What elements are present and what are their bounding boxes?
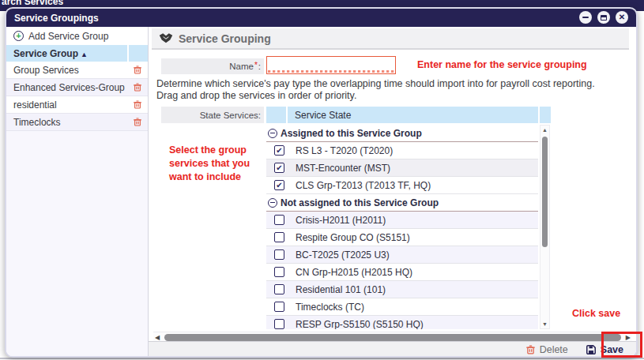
service-label: BC-T2025 (T2025 U3): [296, 249, 390, 261]
service-row[interactable]: CN Grp-H2015 (H2015 HQ): [266, 264, 538, 281]
service-row[interactable]: CLS Grp-T2013 (T2013 TF, HQ): [266, 177, 538, 194]
service-row[interactable]: RS L3 - T2020 (T2020): [266, 142, 538, 159]
service-row[interactable]: Timeclocks (TC): [266, 298, 538, 316]
sidebar-empty-area: [6, 131, 148, 358]
checkbox-unchecked[interactable]: [274, 215, 284, 225]
panel-footer: Delete Save: [149, 341, 636, 358]
maximize-icon: [601, 15, 607, 21]
delete-label: Delete: [540, 344, 568, 355]
checkbox-unchecked[interactable]: [274, 249, 284, 260]
delete-button[interactable]: Delete: [525, 344, 568, 355]
service-row[interactable]: BC-T2025 (T2025 U3): [266, 246, 538, 264]
sidebar-item-group-services[interactable]: Group Services: [6, 62, 148, 79]
checkbox-unchecked[interactable]: [274, 302, 284, 312]
not-assigned-group-title: Not assigned to this Service Group: [281, 197, 439, 208]
annotation-enter-name: Enter name for the service grouping: [417, 59, 587, 70]
service-label: CLS Grp-T2013 (T2013 TF, HQ): [296, 180, 431, 191]
trash-icon: [525, 344, 536, 355]
sidebar-column-header[interactable]: Service Group▲: [6, 45, 148, 62]
sidebar-header-label: Service Group: [13, 48, 78, 59]
add-service-group-label: Add Service Group: [28, 31, 108, 42]
add-service-group-button[interactable]: + Add Service Group: [6, 27, 148, 45]
scroll-right-icon[interactable]: ▶: [626, 334, 631, 341]
group-name: Enhanced Services-Group: [6, 82, 127, 93]
sidebar: + Add Service Group Service Group▲ Group…: [6, 27, 149, 358]
group-name: residential: [6, 99, 127, 111]
group-name: Timeclocks: [6, 117, 127, 128]
collapse-icon: [268, 129, 277, 138]
required-asterisk: *: [254, 61, 258, 69]
panel-header: Service Grouping: [152, 28, 629, 50]
services-list: Assigned to this Service Group RS L3 - T…: [266, 125, 538, 329]
not-assigned-group-header[interactable]: Not assigned to this Service Group: [266, 194, 538, 212]
checkbox-unchecked[interactable]: [274, 319, 284, 329]
panel-title: Service Grouping: [179, 32, 271, 45]
close-icon: ✕: [619, 13, 625, 21]
minimize-icon: [582, 17, 589, 18]
service-label: Timeclocks (TC): [296, 302, 364, 313]
description-line-1: Determine which service's pay type the o…: [156, 78, 595, 90]
service-row[interactable]: Crisis-H2011 (H2011): [266, 212, 538, 229]
service-label: RS L3 - T2020 (T2020): [296, 145, 393, 156]
background-window-title: arch Services: [2, 0, 63, 7]
table-header-scroll-cap: [540, 107, 551, 123]
service-label: Residential 101 (101): [296, 284, 386, 295]
scroll-up-icon[interactable]: ▲: [540, 127, 549, 133]
description-text: Determine which service's pay type the o…: [156, 78, 595, 102]
service-label: Respite Group CO (S5151): [296, 232, 410, 243]
sidebar-item-enhanced-services-group[interactable]: Enhanced Services-Group: [6, 79, 148, 96]
name-colon: :: [258, 62, 261, 71]
assigned-group-header[interactable]: Assigned to this Service Group: [266, 125, 538, 142]
delete-group-button[interactable]: [127, 99, 148, 110]
name-label-strip: Name*:: [161, 58, 264, 74]
save-label: Save: [601, 344, 623, 355]
checkbox-checked[interactable]: [274, 180, 284, 190]
service-label: RESP Grp-S5150 (S5150 HQ): [296, 319, 424, 330]
validation-squiggle: [268, 70, 394, 73]
annotation-click-save: Click save: [572, 308, 620, 319]
sidebar-item-residential[interactable]: residential: [6, 96, 148, 114]
delete-group-button[interactable]: [127, 117, 148, 127]
scroll-left-icon[interactable]: ◀: [155, 334, 160, 341]
modal-titlebar: Service Groupings ✕: [6, 9, 636, 27]
service-label: Crisis-H2011 (H2011): [296, 215, 386, 226]
save-button[interactable]: Save: [586, 344, 623, 355]
sidebar-item-timeclocks[interactable]: Timeclocks: [6, 114, 148, 131]
annotation-select-services: Select the group services that you want …: [169, 144, 268, 184]
state-services-label-strip: State Services:: [161, 107, 264, 123]
vertical-scrollbar[interactable]: ▲ ▼: [540, 125, 550, 329]
horizontal-scroll-thumb[interactable]: [164, 334, 621, 341]
delete-group-button[interactable]: [127, 82, 148, 92]
checkbox-unchecked[interactable]: [274, 232, 284, 242]
vertical-scroll-thumb[interactable]: [542, 137, 548, 247]
minus-glyph: [270, 202, 275, 204]
trash-icon: [133, 82, 142, 92]
minimize-button[interactable]: [579, 11, 592, 24]
checkbox-unchecked[interactable]: [274, 267, 284, 277]
sort-ascending-icon: ▲: [81, 51, 88, 58]
minus-glyph: [270, 133, 275, 134]
scroll-down-icon[interactable]: ▼: [540, 321, 549, 327]
window-controls: ✕: [579, 11, 628, 24]
delete-group-button[interactable]: [127, 65, 148, 75]
trash-icon: [133, 117, 142, 127]
close-button[interactable]: ✕: [616, 11, 628, 24]
plus-circle-icon: +: [13, 31, 24, 41]
checkbox-checked[interactable]: [274, 163, 284, 173]
trash-icon: [133, 65, 142, 75]
state-services-label: State Services:: [200, 111, 261, 120]
checkbox-unchecked[interactable]: [274, 284, 284, 294]
service-state-header-label: Service State: [295, 110, 351, 121]
checkbox-checked[interactable]: [274, 145, 284, 156]
sidebar-action-column: [127, 45, 148, 62]
service-row[interactable]: Respite Group CO (S5151): [266, 229, 538, 246]
maximize-button[interactable]: [597, 11, 610, 24]
modal-title: Service Groupings: [14, 13, 99, 24]
service-row[interactable]: Residential 101 (101): [266, 281, 538, 298]
service-row[interactable]: MST-Encounter (MST): [266, 159, 538, 177]
background-window-edge: [0, 358, 644, 359]
service-row[interactable]: RESP Grp-S5150 (S5150 HQ): [266, 316, 538, 329]
table-header-checkbox-column: [266, 107, 286, 123]
table-header-service-state[interactable]: Service State: [288, 107, 538, 123]
handshake-icon: [159, 32, 173, 44]
